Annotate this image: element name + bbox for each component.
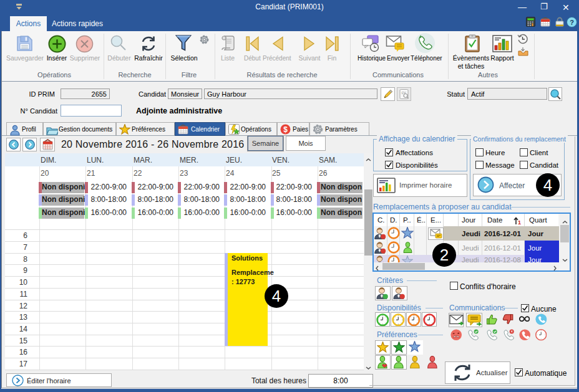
svg-text:1: 1 [518, 219, 521, 225]
svg-text:?: ? [570, 19, 574, 26]
svg-text:$: $ [283, 125, 288, 134]
